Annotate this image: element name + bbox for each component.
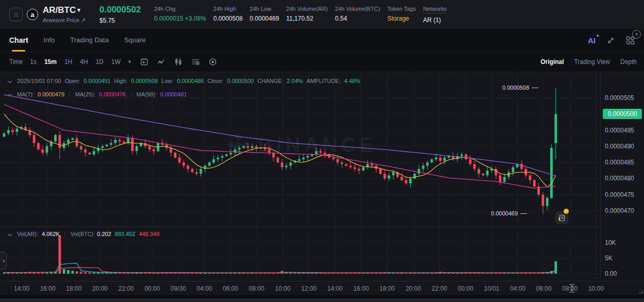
volume-info-row: Vol(AR):4.062K | Vol(BTC)0.202 883.452 4… [18,231,159,237]
stat-value: 0.0000469 [250,15,279,22]
view-depth[interactable]: Depth [620,58,637,65]
tabs: ChartInfoTrading DataSquare [9,29,161,52]
vol-btc-label: Vol(BTC) [71,231,94,237]
tab-square[interactable]: Square [124,29,146,52]
ohlc-date: 2025/10/01 07:00 [17,78,61,84]
favorite-star-button[interactable]: ☆ [9,8,23,21]
high-annotation-text: 0.0000508 [502,85,529,91]
divider: | [64,231,66,237]
stat-value: 0.0000508 [213,15,243,22]
expand-icon[interactable] [607,37,615,44]
tab-trading-data[interactable]: Trading Data [70,29,109,52]
time-axis[interactable]: 14:0016:0018:0020:0022:0000:0009/3004:00… [0,281,644,295]
chart-style-icon[interactable] [157,58,165,66]
low-annotation: 0.0000469 [491,210,527,216]
high-value: 0.0000508 [131,78,158,84]
app-root: ☆ a AR/BTC▾ Arweave Price ↗ 0.0000502 $5… [0,0,644,302]
view-trading-view[interactable]: Trading View [574,58,610,65]
time-axis-label: 08:00 [558,285,582,292]
vol-ma-slow-value: 448.349 [139,231,160,237]
ai-icon-label: AI [588,36,596,45]
corner-resize-icon[interactable] [639,290,642,293]
chart-settings-gear-icon[interactable] [209,58,217,66]
change-value: 2.04% [287,78,303,84]
stat-24h-volume-btc-: 24h Volume(BTC)0.54 [335,6,380,24]
ohlc-info-row: 2025/10/01 07:00 Open:0.0000491 High:0.0… [8,78,360,84]
interval-buttons: 1s15m1H4H1D1W [30,58,128,65]
ma25-label: MA(25): [75,91,95,97]
stat-label: 24h Chg [154,6,206,12]
time-axis-label: 16:00 [36,285,60,292]
time-axis-label: 00:00 [454,285,478,292]
compare-candles-icon[interactable] [174,58,182,66]
time-axis-label: 22:00 [428,285,451,292]
chart-canvas[interactable] [0,72,600,295]
pair-subtitle-link[interactable]: Arweave Price ↗ [43,17,92,24]
external-link-icon: ↗ [81,17,86,23]
jump-to-date-icon[interactable] [140,58,148,66]
time-axis-label: 10/01 [480,285,503,292]
panel-expand-handle[interactable] [0,252,7,270]
interval-1w[interactable]: 1W [111,58,121,65]
time-axis-label: 08:00 [245,285,268,292]
price-axis-label: 0.0000485 [605,159,634,166]
stat-24h-high: 24h High0.0000508 [213,6,243,24]
volume-axis-label: 10K [605,239,616,246]
interval-1h[interactable]: 1H [64,58,72,65]
ma99-value: 0.0000481 [160,91,187,97]
stat-value[interactable]: Storage [387,15,416,22]
chevron-right-icon [1,259,4,262]
token-avatar: a [27,9,38,20]
interval-15m[interactable]: 15m [44,58,57,65]
price-axis[interactable]: 0.00005050.00004950.00004900.00004850.00… [600,72,644,295]
bottom-bar [0,298,644,302]
close-x: × [635,31,638,37]
stat-value[interactable]: AR (1) [423,16,447,24]
volume-ma-lines [4,263,556,273]
price-axis-label: 0.0000495 [605,127,634,134]
stat-label: 24h Volume(BTC) [335,6,380,12]
low-annotation-text: 0.0000469 [491,210,518,216]
stat-label: 24h Volume(AR) [286,6,328,12]
chart-toolbar: Time 1s15m1H4H1D1W ▾ OriginalTrading Vie… [0,52,644,72]
price-axis-label: 0.0000475 [605,191,634,198]
tab-chart[interactable]: Chart [9,29,28,52]
time-axis-label: 18:00 [376,285,399,292]
time-axis-label: 10:00 [271,285,295,292]
vol-ar-label: Vol(AR): [17,231,38,237]
time-axis-label: 20:00 [88,285,112,292]
interval-1s[interactable]: 1s [30,58,37,65]
stat-label: 24h High [213,6,243,12]
notification-dot [564,209,569,214]
collapse-ohlc-chevron-icon[interactable] [8,79,12,83]
stat-24h-chg: 24h Chg0.0000015 +3.08% [154,6,206,24]
annotation-tick [532,88,538,88]
view-original[interactable]: Original [540,58,564,65]
ai-assistant-icon[interactable]: AI+ [588,36,596,45]
tab-bar: ChartInfoTrading DataSquare AI+ [0,29,644,52]
pair-block: AR/BTC▾ Arweave Price ↗ [43,5,92,24]
ma7-value: 0.0000479 [38,91,64,97]
interval-4h[interactable]: 4H [80,58,88,65]
candlesticks [3,88,557,214]
divider: | [130,91,132,97]
close-icon[interactable]: × [632,30,641,39]
volume-axis-label: 0.00 [605,270,617,277]
time-axis-label: 06:00 [218,285,242,292]
ma25-value: 0.0000476 [99,91,126,97]
interval-more-caret-icon[interactable]: ▾ [128,59,131,64]
open-value: 0.0000491 [84,78,111,84]
grid-lines [0,72,600,281]
stat-label: Token Tags [387,6,416,12]
stat-networks: NetworksAR (1) [423,6,447,24]
amplitude-value: 4.48% [344,78,360,84]
time-axis-label: 18:00 [62,285,86,292]
time-axis-label: 14:00 [323,285,347,292]
tab-info[interactable]: Info [44,29,55,52]
interval-1d[interactable]: 1D [96,58,104,65]
pair-selector[interactable]: AR/BTC▾ [43,5,92,15]
time-axis-label: 09/30 [166,285,190,292]
time-axis-label: 00:00 [140,285,164,292]
indicator-settings-icon[interactable] [191,58,200,66]
chart-region: BINANCE 2025/10/01 07:00 Open:0.0000491 … [0,72,644,302]
